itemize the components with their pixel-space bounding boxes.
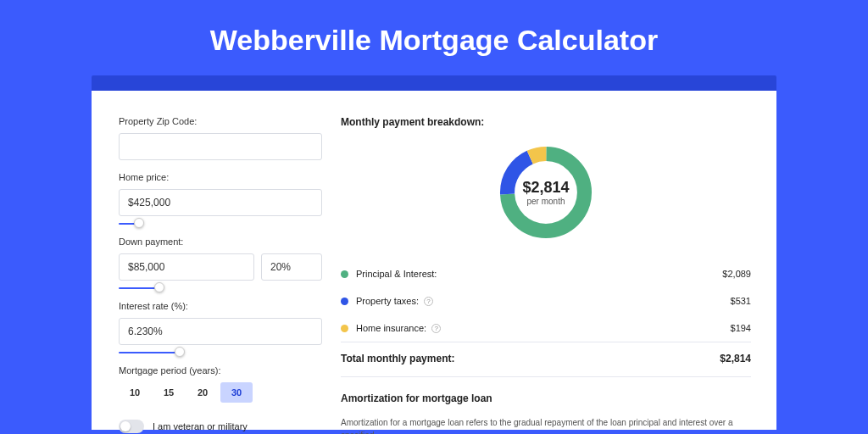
down-payment-pct-input[interactable]	[261, 253, 322, 281]
zip-field: Property Zip Code:	[119, 116, 322, 160]
zip-input[interactable]	[119, 133, 322, 160]
home-price-field: Home price:	[119, 172, 322, 216]
down-payment-label: Down payment:	[119, 236, 322, 247]
amortization-section: Amortization for mortgage loan Amortizat…	[341, 376, 751, 434]
legend-label: Home insurance: ?	[356, 323, 731, 333]
legend-taxes: Property taxes: ? $531	[341, 287, 751, 314]
toggle-knob	[120, 421, 131, 431]
legend-label: Principal & Interest:	[356, 269, 722, 279]
legend-value: $194	[731, 323, 751, 333]
legend: Principal & Interest: $2,089 Property ta…	[341, 260, 751, 373]
dot-icon	[341, 298, 348, 305]
amortization-text: Amortization for a mortgage loan refers …	[341, 416, 751, 434]
down-payment-input[interactable]	[119, 253, 254, 281]
donut-sub: per month	[526, 197, 565, 206]
period-10[interactable]: 10	[119, 382, 151, 403]
slider-thumb[interactable]	[134, 218, 144, 228]
legend-principal: Principal & Interest: $2,089	[341, 260, 751, 287]
period-label: Mortgage period (years):	[119, 365, 322, 376]
period-15[interactable]: 15	[153, 382, 185, 403]
slider-thumb[interactable]	[154, 282, 164, 292]
accent-band	[92, 75, 776, 91]
donut-center: $2,814 per month	[495, 142, 597, 243]
total-value: $2,814	[720, 353, 751, 364]
veteran-row: I am veteran or military	[119, 420, 322, 433]
slider-thumb[interactable]	[175, 347, 185, 357]
period-field: Mortgage period (years): 10 15 20 30	[119, 365, 322, 403]
home-price-label: Home price:	[119, 172, 322, 182]
period-30[interactable]: 30	[220, 382, 253, 403]
zip-label: Property Zip Code:	[119, 116, 322, 126]
down-payment-slider[interactable]	[119, 284, 322, 292]
legend-value: $2,089	[722, 269, 751, 279]
info-icon[interactable]: ?	[431, 324, 441, 333]
dot-icon	[341, 325, 348, 332]
period-20[interactable]: 20	[186, 382, 219, 403]
interest-field: Interest rate (%):	[119, 301, 322, 345]
page-title: Webberville Mortgage Calculator	[0, 0, 868, 75]
home-price-slider[interactable]	[119, 220, 322, 228]
down-payment-field: Down payment:	[119, 236, 322, 281]
breakdown-column: Monthly payment breakdown: $2,814 per mo…	[341, 116, 776, 430]
legend-value: $531	[731, 296, 751, 306]
legend-label: Property taxes: ?	[356, 296, 731, 306]
interest-slider[interactable]	[119, 348, 322, 357]
legend-insurance: Home insurance: ? $194	[341, 314, 751, 342]
total-label: Total monthly payment:	[341, 353, 720, 364]
calculator-card: Property Zip Code: Home price: Down paym…	[92, 91, 776, 430]
interest-input[interactable]	[119, 318, 322, 345]
amortization-header: Amortization for mortgage loan	[341, 392, 751, 404]
form-column: Property Zip Code: Home price: Down paym…	[119, 116, 322, 430]
legend-total: Total monthly payment: $2,814	[341, 342, 751, 373]
veteran-label: I am veteran or military	[153, 421, 248, 431]
breakdown-header: Monthly payment breakdown:	[341, 116, 751, 128]
dot-icon	[341, 270, 348, 278]
interest-label: Interest rate (%):	[119, 301, 322, 311]
period-buttons: 10 15 20 30	[119, 382, 322, 403]
veteran-toggle[interactable]	[119, 420, 144, 433]
home-price-input[interactable]	[119, 189, 322, 216]
donut-amount: $2,814	[522, 179, 569, 197]
info-icon[interactable]: ?	[424, 297, 433, 306]
donut-chart: $2,814 per month	[341, 142, 751, 243]
